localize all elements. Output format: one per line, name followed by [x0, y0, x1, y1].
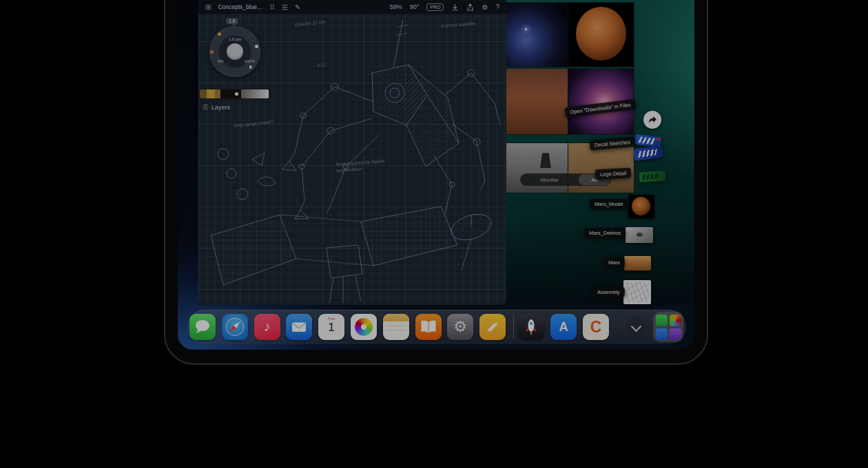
tool-wheel[interactable]: 1.6 1.6 pts 0% 100%	[209, 26, 260, 77]
photos-flower-icon	[355, 318, 373, 336]
document-title[interactable]: Concepts_blue…	[218, 3, 262, 10]
pencil-app-icon[interactable]	[479, 314, 506, 340]
apps-grid-icon[interactable]: ⊞	[205, 3, 211, 11]
drag-thumb-logo-sticker[interactable]	[639, 171, 666, 183]
dock-collapse-chevron-button[interactable]	[626, 317, 646, 337]
drag-thumb-mars-model[interactable]	[628, 195, 654, 218]
drag-thumb-assembly[interactable]	[623, 280, 651, 304]
settings-app-icon[interactable]: ⚙	[447, 314, 473, 340]
swatch-black[interactable]	[220, 89, 241, 98]
layers-label: Layers	[211, 104, 230, 111]
app-store-letter: A	[550, 314, 577, 340]
color-strip[interactable]	[200, 89, 269, 98]
app-store-icon[interactable]: A	[550, 314, 577, 340]
zoom-level[interactable]: 59%	[390, 3, 402, 10]
mini-app-icon-purple	[670, 328, 681, 340]
sticker-stripes	[638, 149, 657, 158]
forward-arrow-icon	[643, 111, 661, 129]
photos-app-icon[interactable]	[351, 314, 377, 340]
mars-sphere	[576, 7, 626, 61]
concepts-canvas-window[interactable]: chassis 12 cm Comms satellite V-2 front …	[198, 0, 506, 305]
messages-app-icon[interactable]	[189, 314, 216, 340]
dock-divider	[513, 315, 514, 339]
stage: chassis 12 cm Comms satellite V-2 front …	[0, 0, 868, 468]
drag-item-label[interactable]: Logo Detail	[595, 168, 632, 180]
angle-value[interactable]: 90°	[410, 3, 420, 10]
pen-icon[interactable]: ✎	[295, 3, 300, 11]
drag-thumb-mars[interactable]	[624, 256, 651, 270]
rocket-app-icon[interactable]	[518, 314, 544, 340]
layers-menu-icon: ☰	[203, 104, 208, 111]
color-dot-white[interactable]	[255, 45, 258, 48]
dots-grid-icon[interactable]: ⠿	[270, 3, 275, 11]
sticker-stripes	[642, 173, 659, 180]
import-icon[interactable]	[451, 3, 459, 11]
opacity-max: 100%	[245, 59, 255, 63]
mars-sphere	[632, 197, 650, 215]
safari-app-icon[interactable]	[222, 314, 248, 340]
brush-size-tag: 1.6	[226, 18, 238, 24]
contrast-dot[interactable]	[249, 65, 253, 69]
swatch-tan[interactable]	[215, 89, 220, 98]
photos-pane: Months All	[506, 0, 694, 305]
drag-thumb-mars-deimos[interactable]	[626, 227, 653, 243]
swatch-gold[interactable]	[207, 89, 215, 98]
swatch-gradient[interactable]	[241, 89, 269, 98]
share-icon[interactable]	[466, 3, 474, 11]
calendar-app-icon[interactable]: Tue 1	[318, 314, 344, 340]
pro-badge: PRO	[426, 3, 444, 11]
opacity-min: 0%	[218, 59, 224, 63]
dragged-app-stack[interactable]	[653, 312, 683, 342]
swatch-olive[interactable]	[200, 89, 207, 98]
layers-panel-toggle[interactable]: ☰ Layers	[203, 104, 230, 111]
music-app-icon[interactable]: ♪	[254, 314, 280, 340]
sticker-stripes	[638, 137, 656, 145]
drag-item-label[interactable]: Mars	[603, 257, 625, 268]
drag-item-label[interactable]: Mars_Model	[590, 199, 628, 209]
star-glow	[525, 28, 527, 30]
photo-tile-nebula[interactable]	[506, 3, 568, 67]
settings-gear-icon[interactable]: ⚙	[482, 3, 488, 11]
ipad-screen: chassis 12 cm Comms satellite V-2 front …	[178, 0, 694, 350]
concepts-toolbar: ⊞ Concepts_blue… ⠿ ☰ ✎ 59% 90° PRO ⚙ ?	[198, 0, 506, 14]
mini-app-icon-blue	[656, 328, 668, 340]
concepts-app-icon[interactable]: C	[583, 314, 609, 340]
lander-silhouette	[540, 153, 551, 168]
concepts-letter: C	[583, 314, 609, 340]
gear-icon: ⚙	[447, 314, 473, 340]
brush-size-pts: 1.6 pts	[209, 37, 260, 41]
photo-tile-mars-globe[interactable]	[568, 3, 634, 67]
photo-tile-mars-surface[interactable]	[506, 69, 568, 134]
notes-app-icon[interactable]	[383, 314, 409, 340]
color-dot-orange[interactable]	[210, 50, 214, 54]
tool-wheel-core[interactable]	[227, 43, 243, 60]
color-dot-gold[interactable]	[218, 32, 221, 36]
sketch-lines	[626, 282, 649, 302]
moon-blob	[637, 233, 643, 237]
sticker-red-chip	[656, 138, 660, 140]
mail-app-icon[interactable]	[286, 314, 312, 340]
drag-item-label[interactable]: Mars_Deimos	[584, 228, 626, 238]
drag-item-label[interactable]: Assembly	[592, 287, 625, 297]
swatch-marker	[235, 92, 238, 96]
music-note-icon: ♪	[254, 314, 280, 340]
books-app-icon[interactable]	[415, 314, 442, 340]
mini-app-icon-multicolor	[670, 315, 681, 326]
help-icon[interactable]: ?	[495, 3, 499, 11]
segment-months[interactable]: Months	[520, 177, 579, 183]
sliders-icon[interactable]: ☰	[282, 3, 288, 11]
sketch-annotation: V-2	[317, 62, 325, 69]
mini-app-icon-green	[656, 315, 668, 326]
calendar-day: 1	[318, 321, 344, 334]
